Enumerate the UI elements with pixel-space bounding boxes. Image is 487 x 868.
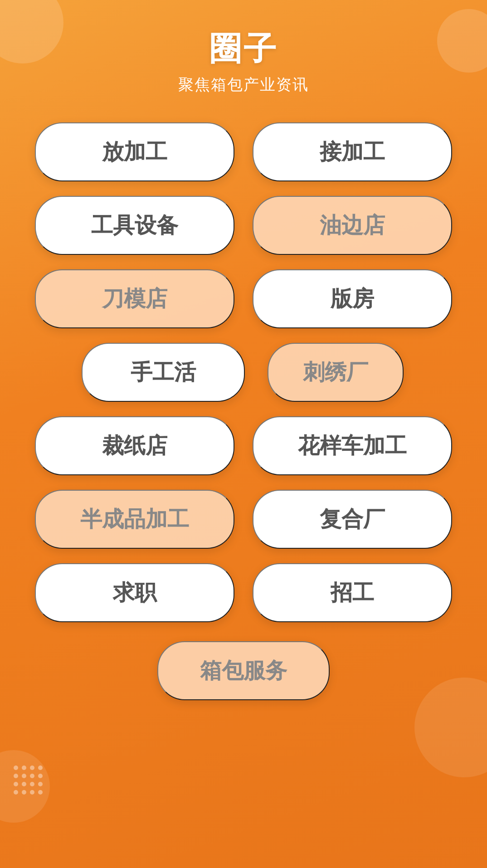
button-row-1: 放加工 接加工 (27, 122, 460, 181)
btn-zhao-gong[interactable]: 招工 (253, 563, 452, 622)
btn-fu-he-chang[interactable]: 复合厂 (253, 490, 452, 549)
btn-ci-xiu-chang[interactable]: 刺绣厂 (268, 343, 404, 402)
button-row-8: 箱包服务 (27, 641, 460, 700)
app-title: 圈子 (0, 27, 487, 71)
btn-qiu-zhi[interactable]: 求职 (35, 563, 234, 622)
header: 圈子 聚焦箱包产业资讯 (0, 0, 487, 113)
btn-you-bian-dian[interactable]: 油边店 (253, 196, 452, 255)
btn-ban-fang[interactable]: 版房 (253, 269, 452, 328)
btn-fang-jia-gong[interactable]: 放加工 (35, 122, 234, 181)
app-subtitle: 聚焦箱包产业资讯 (0, 74, 487, 95)
deco-dots (14, 766, 44, 795)
btn-ban-cheng-pin-jia-gong[interactable]: 半成品加工 (35, 490, 234, 549)
btn-jie-jia-gong[interactable]: 接加工 (253, 122, 452, 181)
button-row-3: 刀模店 版房 (27, 269, 460, 328)
btn-xiang-bao-fu-wu[interactable]: 箱包服务 (157, 641, 330, 700)
button-row-7: 求职 招工 (27, 563, 460, 622)
button-row-2: 工具设备 油边店 (27, 196, 460, 255)
btn-gong-ju-she-bei[interactable]: 工具设备 (35, 196, 234, 255)
button-row-5: 裁纸店 花样车加工 (27, 416, 460, 475)
button-row-6: 半成品加工 复合厂 (27, 490, 460, 549)
buttons-area: 放加工 接加工 工具设备 油边店 刀模店 版房 手工活 刺绣厂 裁纸店 花样车加… (0, 113, 487, 700)
btn-cai-zhi-dian[interactable]: 裁纸店 (35, 416, 234, 475)
btn-shou-gong-huo[interactable]: 手工活 (82, 343, 245, 402)
button-row-4: 手工活 刺绣厂 (27, 343, 460, 402)
btn-hua-yang-che-jia-gong[interactable]: 花样车加工 (253, 416, 452, 475)
btn-dao-mo-dian[interactable]: 刀模店 (35, 269, 234, 328)
